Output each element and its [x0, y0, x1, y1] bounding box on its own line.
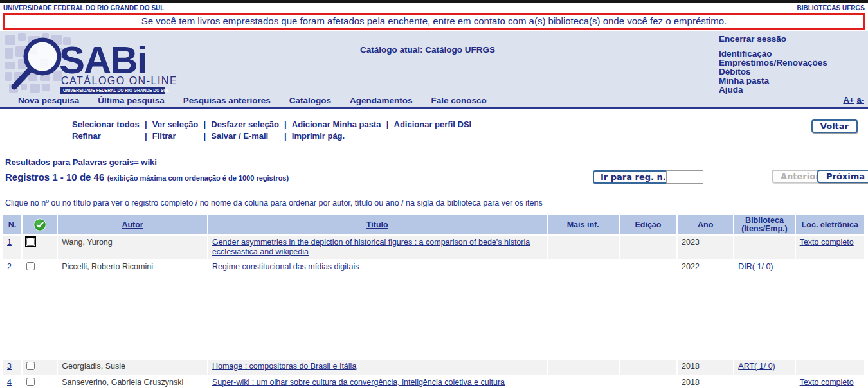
more-info-cell: [548, 260, 619, 358]
year-cell: 2022: [678, 260, 733, 358]
save-email-link[interactable]: Salvar / E-mail: [211, 131, 268, 141]
full-text-link[interactable]: Texto completo: [800, 378, 860, 387]
library-cell: ART( 1/ 0): [734, 360, 794, 375]
separator: |: [381, 119, 394, 130]
separator: |: [279, 119, 292, 130]
electronic-location-cell: Texto completo: [796, 236, 864, 259]
nav-contact[interactable]: Fale conosco: [431, 96, 486, 105]
sort-by-title-link[interactable]: Título: [366, 220, 388, 229]
nav-previous-searches[interactable]: Pesquisas anteriores: [183, 96, 271, 105]
top-bar: UNIVERSIDADE FEDERAL DO RIO GRANDE DO SU…: [0, 3, 868, 12]
print-page-link[interactable]: Imprimir pág.: [292, 131, 345, 141]
library-items-link[interactable]: DIR( 1/ 0): [738, 262, 773, 271]
add-dsi-profile-link[interactable]: Adicionar perfil DSI: [394, 119, 472, 129]
refine-link[interactable]: Refinar: [72, 131, 101, 141]
record-number-link[interactable]: 2: [7, 262, 12, 271]
records-range-label: Registros 1 - 10 de 46: [5, 172, 104, 182]
table-row: 4 Sanseverino, Gabriela Gruszynski Super…: [3, 376, 864, 388]
sabi-logo: SABi CATÁLOGO ON-LINE UNIVERSIDADE FEDER…: [4, 32, 177, 98]
font-size-controls: A+a-: [840, 94, 864, 105]
font-decrease-link[interactable]: a-: [856, 95, 864, 105]
green-check-icon: [33, 218, 46, 231]
header-year[interactable]: Ano: [678, 215, 733, 234]
table-row: 3 Georgiadis, Susie Homage : compositora…: [3, 360, 864, 375]
full-text-link[interactable]: Texto completo: [800, 238, 854, 247]
separator: |: [279, 130, 292, 142]
back-button[interactable]: Voltar: [811, 119, 858, 133]
main-nav: Nova pesquisa Última pesquisa Pesquisas …: [0, 94, 868, 106]
libraries-label: BIBLIOTECAS UFRGS: [797, 4, 865, 12]
more-info-cell: [548, 360, 619, 375]
records-range-line: Registros 1 - 10 de 46 (exibição máxima …: [5, 172, 289, 183]
table-header-row: N. Autor Título Mais inf. Edição Ano Bib…: [3, 215, 864, 234]
title-link[interactable]: Homage : compositoras do Brasil e Itália: [212, 362, 356, 371]
header-more-info: Mais inf.: [548, 215, 619, 234]
nav-catalogs[interactable]: Catálogos: [289, 96, 331, 105]
electronic-location-cell: Texto completo Texto completo: [796, 376, 864, 388]
logo-subtitle: CATÁLOGO ON-LINE: [61, 75, 177, 86]
font-increase-link[interactable]: A+: [843, 95, 854, 105]
electronic-location-cell: [796, 260, 864, 358]
author-cell: Wang, Yurong: [58, 236, 207, 259]
title-link[interactable]: Regime constitucional das mídias digitai…: [212, 262, 359, 271]
separator: |: [140, 130, 152, 142]
university-name: UNIVERSIDADE FEDERAL DO RIO GRANDE DO SU…: [3, 4, 164, 12]
end-session-link[interactable]: Encerrar sessão: [719, 34, 786, 44]
separator: |: [140, 119, 152, 130]
separator: |: [198, 130, 211, 142]
table-usage-hint: Clique no nº ou no título para ver o reg…: [5, 198, 868, 207]
edition-cell: [620, 236, 676, 259]
header-number: N.: [3, 215, 21, 234]
record-checkbox[interactable]: [26, 362, 35, 370]
view-selection-link[interactable]: Ver seleção: [152, 119, 199, 129]
results-header: Resultados para Palavras gerais= wiki Re…: [0, 157, 868, 195]
record-checkbox[interactable]: [26, 238, 35, 246]
edition-cell: [620, 376, 676, 388]
goto-record-input[interactable]: [666, 170, 703, 184]
author-cell: Piccelli, Roberto Ricomini: [58, 260, 207, 358]
my-folder-link[interactable]: Minha pasta: [719, 76, 827, 85]
select-all-link[interactable]: Selecionar todos: [72, 119, 140, 129]
title-link[interactable]: Gender asymmetries in the depiction of h…: [212, 238, 530, 256]
flood-alert-text: Se você tem livros emprestados que foram…: [141, 15, 727, 26]
nav-last-search[interactable]: Última pesquisa: [98, 96, 165, 105]
sort-by-author-link[interactable]: Autor: [122, 220, 143, 229]
library-items-link[interactable]: ART( 1/ 0): [738, 362, 775, 371]
account-links: Identificação Empréstimos/Renovações Déb…: [719, 49, 827, 94]
undo-selection-link[interactable]: Desfazer seleção: [211, 119, 279, 129]
more-info-cell: [548, 236, 619, 259]
record-checkbox[interactable]: [26, 262, 35, 270]
header-edition: Edição: [620, 215, 676, 234]
year-cell: 2018: [678, 360, 733, 375]
help-link[interactable]: Ajuda: [719, 85, 827, 94]
record-checkbox[interactable]: [26, 378, 35, 386]
goto-record-button[interactable]: Ir para reg. n.: [593, 170, 674, 184]
debits-link[interactable]: Débitos: [719, 67, 827, 76]
year-cell: 2023: [678, 236, 733, 259]
author-cell: Georgiadis, Susie: [58, 360, 207, 375]
results-query-label: Resultados para Palavras gerais= wiki: [5, 157, 157, 167]
results-table: N. Autor Título Mais inf. Edição Ano Bib…: [2, 214, 865, 388]
nav-new-search[interactable]: Nova pesquisa: [18, 96, 79, 105]
library-cell: [734, 236, 794, 259]
more-info-cell: [548, 376, 619, 388]
author-cell: Sanseverino, Gabriela Gruszynski: [58, 376, 207, 388]
logo-org: UNIVERSIDADE FEDERAL DO RIO GRANDE DO SU…: [63, 88, 169, 93]
records-range-note: (exibição máxima com ordenação é de 1000…: [107, 174, 289, 182]
add-my-folder-link[interactable]: Adicionar Minha pasta: [292, 119, 381, 129]
header-library: Biblioteca (Itens/Emp.): [734, 215, 794, 234]
identification-link[interactable]: Identificação: [719, 49, 827, 58]
filter-link[interactable]: Filtrar: [152, 131, 176, 141]
record-number-link[interactable]: 4: [7, 378, 12, 387]
library-cell: DIR( 1/ 0): [734, 260, 794, 358]
record-number-link[interactable]: 1: [7, 238, 12, 247]
loans-renewals-link[interactable]: Empréstimos/Renovações: [719, 58, 827, 67]
library-cell: [734, 376, 794, 388]
separator: |: [198, 119, 211, 130]
nav-scheduling[interactable]: Agendamentos: [350, 96, 413, 105]
edition-cell: [620, 360, 676, 375]
next-page-button[interactable]: Próxima: [817, 170, 868, 183]
header-electronic-location: Loc. eletrônica: [796, 215, 864, 234]
record-number-link[interactable]: 3: [7, 362, 12, 371]
title-link[interactable]: Super-wiki : um olhar sobre cultura da c…: [212, 378, 505, 388]
